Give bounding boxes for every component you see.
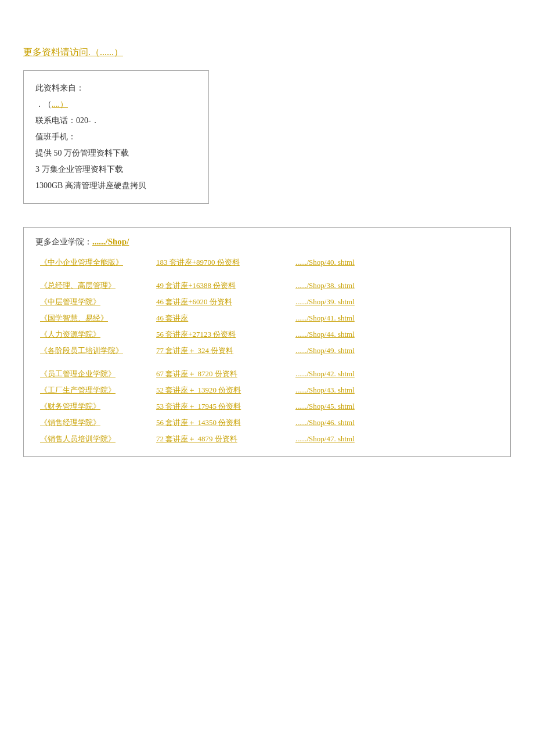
table-cell-name: 《工厂生产管理学院》: [35, 382, 151, 398]
table-cell-url: ....../Shop/44. shtml: [291, 326, 499, 343]
table-link-count[interactable]: 72 套讲座＋ 4879 份资料: [156, 434, 237, 443]
table-link-count[interactable]: 183 套讲座+89700 份资料: [156, 258, 240, 267]
table-link-count[interactable]: 49 套讲座+16388 份资料: [156, 281, 236, 290]
table-cell-url: ....../Shop/42. shtml: [291, 366, 499, 382]
enterprise-header: 更多企业学院：....../Shop/: [35, 237, 499, 247]
table-cell-url: ....../Shop/43. shtml: [291, 382, 499, 398]
table-cell-name: 《中小企业管理全能版》: [35, 254, 151, 271]
table-cell-name: 《员工管理企业学院》: [35, 366, 151, 382]
table-cell-count: 56 套讲座+27123 份资料: [151, 326, 291, 343]
table-cell-name: 《各阶段员工培训学院》: [35, 343, 151, 359]
table-cell-name: 《国学智慧、易经》: [35, 310, 151, 326]
table-link-count[interactable]: 52 套讲座＋ 13920 份资料: [156, 386, 241, 394]
table-link-name[interactable]: 《财务管理学院》: [40, 402, 100, 411]
top-link-section: 更多资料请访问.（......）: [23, 46, 511, 59]
table-link-name[interactable]: 《国学智慧、易经》: [40, 314, 108, 322]
table-spacer-row: [35, 359, 499, 366]
table-cell-url: ....../Shop/40. shtml: [291, 254, 499, 271]
table-cell-name: 《销售经理学院》: [35, 415, 151, 431]
table-cell-name: 《总经理、高层管理》: [35, 278, 151, 294]
table-link-count[interactable]: 56 套讲座＋ 14350 份资料: [156, 418, 241, 427]
table-link-count[interactable]: 53 套讲座＋ 17945 份资料: [156, 402, 241, 411]
table-cell-url: ....../Shop/47. shtml: [291, 431, 499, 447]
table-cell-count: 52 套讲座＋ 13920 份资料: [151, 382, 291, 398]
info-line2: ．（....）: [35, 96, 197, 113]
info-box: 此资料来自： ．（....） 联系电话：020-． 值班手机： 提供 50 万份…: [23, 70, 209, 204]
table-cell-url: ....../Shop/38. shtml: [291, 278, 499, 294]
table-link-url[interactable]: ....../Shop/44. shtml: [295, 330, 355, 339]
table-link-url[interactable]: ....../Shop/49. shtml: [295, 346, 355, 355]
table-link-url[interactable]: ....../Shop/43. shtml: [295, 386, 355, 394]
table-link-count[interactable]: 56 套讲座+27123 份资料: [156, 330, 236, 339]
info-line1: 此资料来自：: [35, 80, 197, 96]
table-row: 《国学智慧、易经》46 套讲座....../Shop/41. shtml: [35, 310, 499, 326]
enterprise-header-link[interactable]: ....../Shop/: [92, 237, 129, 246]
table-row: 《销售经理学院》56 套讲座＋ 14350 份资料....../Shop/46.…: [35, 415, 499, 431]
table-link-url[interactable]: ....../Shop/45. shtml: [295, 402, 355, 411]
table-link-url[interactable]: ....../Shop/41. shtml: [295, 314, 355, 322]
info-line5: 提供 50 万份管理资料下载: [35, 145, 197, 161]
table-cell-url: ....../Shop/39. shtml: [291, 294, 499, 310]
table-spacer-row: [35, 271, 499, 278]
enterprise-section: 更多企业学院：....../Shop/ 《中小企业管理全能版》183 套讲座+8…: [23, 227, 511, 457]
table-cell-count: 46 套讲座+6020 份资料: [151, 294, 291, 310]
table-cell-name: 《人力资源学院》: [35, 326, 151, 343]
table-row: 《工厂生产管理学院》52 套讲座＋ 13920 份资料....../Shop/4…: [35, 382, 499, 398]
table-link-url[interactable]: ....../Shop/39. shtml: [295, 297, 355, 306]
table-row: 《财务管理学院》53 套讲座＋ 17945 份资料....../Shop/45.…: [35, 398, 499, 415]
table-link-count[interactable]: 46 套讲座: [156, 314, 188, 322]
table-cell-url: ....../Shop/45. shtml: [291, 398, 499, 415]
table-link-url[interactable]: ....../Shop/40. shtml: [295, 258, 355, 267]
enterprise-table: 《中小企业管理全能版》183 套讲座+89700 份资料....../Shop/…: [35, 254, 499, 447]
table-cell-count: 46 套讲座: [151, 310, 291, 326]
table-cell-count: 56 套讲座＋ 14350 份资料: [151, 415, 291, 431]
table-link-count[interactable]: 46 套讲座+6020 份资料: [156, 297, 232, 306]
table-cell-name: 《财务管理学院》: [35, 398, 151, 415]
info-line7: 1300GB 高清管理讲座硬盘拷贝: [35, 178, 197, 194]
table-link-name[interactable]: 《各阶段员工培训学院》: [40, 346, 123, 355]
table-cell-count: 67 套讲座＋ 8720 份资料: [151, 366, 291, 382]
table-cell-url: ....../Shop/49. shtml: [291, 343, 499, 359]
table-row: 《人力资源学院》56 套讲座+27123 份资料....../Shop/44. …: [35, 326, 499, 343]
table-row: 《总经理、高层管理》49 套讲座+16388 份资料....../Shop/38…: [35, 278, 499, 294]
table-link-name[interactable]: 《中小企业管理全能版》: [40, 258, 123, 267]
info-line4: 值班手机：: [35, 129, 197, 145]
table-row: 《中层管理学院》46 套讲座+6020 份资料....../Shop/39. s…: [35, 294, 499, 310]
table-link-name[interactable]: 《中层管理学院》: [40, 297, 100, 306]
table-link-name[interactable]: 《总经理、高层管理》: [40, 281, 116, 290]
table-cell-url: ....../Shop/41. shtml: [291, 310, 499, 326]
table-link-count[interactable]: 77 套讲座＋ 324 份资料: [156, 346, 233, 355]
info-line6: 3 万集企业管理资料下载: [35, 161, 197, 178]
table-cell-count: 72 套讲座＋ 4879 份资料: [151, 431, 291, 447]
table-link-url[interactable]: ....../Shop/42. shtml: [295, 369, 355, 378]
table-link-count[interactable]: 67 套讲座＋ 8720 份资料: [156, 369, 237, 378]
table-cell-url: ....../Shop/46. shtml: [291, 415, 499, 431]
table-cell-name: 《销售人员培训学院》: [35, 431, 151, 447]
enterprise-header-text: 更多企业学院：: [35, 237, 92, 246]
table-row: 《中小企业管理全能版》183 套讲座+89700 份资料....../Shop/…: [35, 254, 499, 271]
table-link-url[interactable]: ....../Shop/46. shtml: [295, 418, 355, 427]
table-link-name[interactable]: 《销售人员培训学院》: [40, 434, 116, 443]
table-row: 《销售人员培训学院》72 套讲座＋ 4879 份资料....../Shop/47…: [35, 431, 499, 447]
table-link-url[interactable]: ....../Shop/38. shtml: [295, 281, 355, 290]
top-link[interactable]: 更多资料请访问.（......）: [23, 47, 123, 57]
table-cell-name: 《中层管理学院》: [35, 294, 151, 310]
table-link-name[interactable]: 《销售经理学院》: [40, 418, 100, 427]
table-cell-count: 49 套讲座+16388 份资料: [151, 278, 291, 294]
table-link-name[interactable]: 《人力资源学院》: [40, 330, 100, 339]
table-cell-count: 77 套讲座＋ 324 份资料: [151, 343, 291, 359]
info-link[interactable]: ....）: [52, 100, 68, 109]
info-line2-prefix: ．（: [35, 100, 52, 109]
table-cell-count: 53 套讲座＋ 17945 份资料: [151, 398, 291, 415]
table-link-name[interactable]: 《工厂生产管理学院》: [40, 386, 116, 394]
table-row: 《各阶段员工培训学院》77 套讲座＋ 324 份资料....../Shop/49…: [35, 343, 499, 359]
info-line3: 联系电话：020-．: [35, 113, 197, 129]
table-link-url[interactable]: ....../Shop/47. shtml: [295, 434, 355, 443]
table-link-name[interactable]: 《员工管理企业学院》: [40, 369, 116, 378]
table-row: 《员工管理企业学院》67 套讲座＋ 8720 份资料....../Shop/42…: [35, 366, 499, 382]
table-cell-count: 183 套讲座+89700 份资料: [151, 254, 291, 271]
